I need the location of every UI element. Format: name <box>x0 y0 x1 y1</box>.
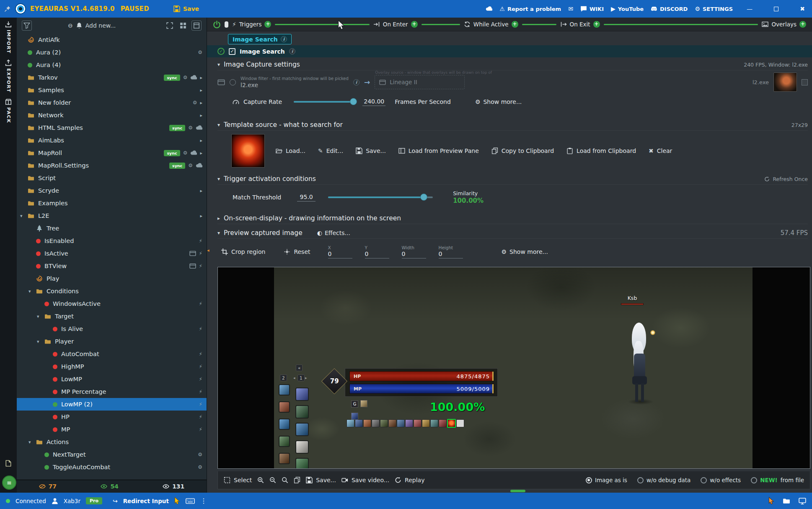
hotbar-icon[interactable] <box>279 402 290 412</box>
enabled-checkbox[interactable]: ✓ <box>229 48 235 55</box>
section-on-screen-display[interactable]: ▸ On-screen-display - drawing informatio… <box>217 213 808 224</box>
hotbar-icon[interactable] <box>296 388 308 400</box>
trigger-slot-while-active[interactable]: While Active+ <box>464 21 518 28</box>
hotbar-page-left[interactable]: 2 <box>280 375 287 381</box>
replay-button[interactable]: Replay <box>395 477 424 483</box>
skill-icon[interactable] <box>422 419 430 427</box>
hotbar-icon[interactable] <box>296 406 308 418</box>
add-on-exit-button[interactable]: + <box>593 21 600 28</box>
trigger-slot-on-enter[interactable]: On Enter+ <box>373 21 418 28</box>
tree-item-script[interactable]: Script <box>17 172 207 184</box>
page-arrow-icon[interactable]: ◂ <box>293 376 295 380</box>
tree-item-l2e[interactable]: ▾L2E▸ <box>17 209 207 222</box>
username-label[interactable]: Xab3r <box>64 498 80 504</box>
hotbar-icon[interactable] <box>296 458 308 469</box>
add-on-enter-button[interactable]: + <box>411 21 418 28</box>
crop-field-y[interactable]: Y0 <box>365 245 389 258</box>
match-threshold-value[interactable]: 95.0 <box>297 194 315 202</box>
tree-item-samples[interactable]: Samples▸ <box>17 84 207 96</box>
horizontal-scrollbar-thumb[interactable] <box>510 490 525 492</box>
add-triggers-button[interactable]: + <box>264 21 271 28</box>
load-from-preview-pane-button[interactable]: Load from Preview Pane <box>398 147 479 154</box>
show-more-button[interactable]: ⚙Show more... <box>475 98 522 105</box>
discord-button[interactable]: DISCORD <box>651 5 688 12</box>
refresh-once-button[interactable]: Refresh Once <box>764 176 808 182</box>
skill-icon[interactable] <box>414 419 422 427</box>
tree-item-is-alive[interactable]: Is Alive⚡ <box>17 323 207 335</box>
copy-image-button[interactable] <box>294 477 300 483</box>
hotbar-page-right[interactable]: 1 <box>297 375 305 381</box>
reset-button[interactable]: Reset <box>284 248 310 255</box>
tree-item-network[interactable]: Network▸ <box>17 109 207 121</box>
skill-icon[interactable] <box>439 419 447 427</box>
skill-icon[interactable] <box>363 419 371 427</box>
crop-field-width[interactable]: Width0 <box>402 245 426 258</box>
edit-button[interactable]: ✎Edit... <box>318 147 343 154</box>
window-filter-field[interactable]: Window filter - first matching window wi… <box>240 76 349 88</box>
tree-item-maproll-settings[interactable]: MapRoll.Settingssync⚙ <box>17 159 207 172</box>
tree-item-tree[interactable]: Tree <box>17 222 207 235</box>
skill-icon[interactable] <box>372 419 380 427</box>
tree-item-target[interactable]: ▾Target <box>17 310 207 323</box>
minimize-button[interactable]: — <box>740 0 759 18</box>
cursor-icon[interactable] <box>174 497 180 505</box>
save-video-button[interactable]: Save video... <box>341 477 389 483</box>
expand-all-button[interactable] <box>165 21 175 31</box>
tree-item-aura-2[interactable]: Aura (2)⚙ <box>17 46 207 59</box>
skill-icon[interactable] <box>380 419 388 427</box>
input-cursor-icon[interactable] <box>768 497 774 505</box>
add-new-button[interactable]: ⊖ Add new... <box>68 22 116 29</box>
hotbar-icon[interactable] <box>279 419 290 429</box>
load-from-clipboard-button[interactable]: Load from Clipboard <box>566 147 636 154</box>
section-preview-captured-image[interactable]: ▾ Preview captured image ◐Effects... 57.… <box>217 227 808 239</box>
tree-item-windowisactive[interactable]: WindowIsActive⚡ <box>17 297 207 310</box>
tree-item-player[interactable]: ▾Player <box>17 335 207 348</box>
radio-w-o-effects[interactable]: w/o effects <box>701 477 741 483</box>
crop-region-button[interactable]: Crop region <box>221 248 265 255</box>
power-icon[interactable] <box>213 21 221 28</box>
matched-template-icon[interactable] <box>447 419 456 428</box>
tree-item-lowmp-2[interactable]: LowMP (2)⚡ <box>17 398 207 411</box>
copy-to-clipboard-button[interactable]: Copy to Clipboard <box>491 147 554 154</box>
trigger-slot-triggers[interactable]: ⚡Triggers+ <box>232 21 271 28</box>
close-button[interactable]: ✖ <box>793 0 812 18</box>
hotbar-collapse-button[interactable]: « <box>296 364 303 371</box>
skill-icon[interactable] <box>347 419 354 427</box>
hotbar-icon[interactable] <box>296 441 308 453</box>
tree-item-isactive[interactable]: IsActive⚡ <box>17 247 207 260</box>
trigger-slot-overlays[interactable]: Overlays+ <box>762 21 806 28</box>
tab-image-search[interactable]: Image Search i <box>228 34 292 44</box>
tree-item-isenabled[interactable]: IsEnabled⚡ <box>17 235 207 247</box>
slider-handle[interactable] <box>420 194 427 201</box>
add-while-active-button[interactable]: + <box>512 21 518 28</box>
template-image-thumbnail[interactable] <box>231 134 265 168</box>
capture-rate-slider[interactable] <box>294 101 357 103</box>
more-menu-icon[interactable]: ⋮ <box>200 498 207 504</box>
radio-from-file[interactable]: NEW!from file <box>751 477 804 483</box>
radio-image-as-is[interactable]: Image as is <box>586 477 627 483</box>
youtube-button[interactable]: ▶YouTube <box>611 6 644 12</box>
strip-import[interactable]: IMPORT <box>5 21 12 54</box>
splitter-collapse-arrow[interactable]: ◂ <box>207 248 209 253</box>
slider-handle[interactable] <box>350 98 357 105</box>
save-button[interactable]: Save... <box>356 147 386 154</box>
tree-item-maproll[interactable]: MapRollsync⚙▸ <box>17 147 207 159</box>
tree-item-tarkov[interactable]: Tarkovsync⚙▸ <box>17 71 207 84</box>
preview-pane[interactable]: Ksb HP4875/4875 MP5009/5009 79 100.00% «… <box>217 267 810 469</box>
crop-field-height[interactable]: Height0 <box>439 245 463 258</box>
wiki-button[interactable]: WIKI <box>580 5 604 12</box>
section-trigger-activation[interactable]: ▾ Trigger activation conditions Refresh … <box>217 173 808 185</box>
cloud-sync-button[interactable] <box>486 5 492 12</box>
tree-item-autocombat[interactable]: AutoCombat⚡ <box>17 348 207 360</box>
zoom-out-button[interactable] <box>269 477 276 483</box>
clear-button[interactable]: ✖Clear <box>649 147 672 154</box>
section-template-source[interactable]: ▾ Template source - what to search for 2… <box>217 119 808 131</box>
tree-item-html-samples[interactable]: HTML Samplessync⚙ <box>17 121 207 134</box>
overlay-source-field[interactable]: Overlay source - window that overlays wi… <box>375 75 465 89</box>
save-image-button[interactable]: Save... <box>306 477 336 483</box>
trigger-slot-on-exit[interactable]: On Exit+ <box>560 21 600 28</box>
filter-button[interactable] <box>22 21 32 31</box>
crop-field-x[interactable]: X0 <box>328 245 352 258</box>
tree-item-nexttarget[interactable]: NextTarget⚙ <box>17 448 207 461</box>
tree-item-highmp[interactable]: HighMP⚡ <box>17 360 207 373</box>
